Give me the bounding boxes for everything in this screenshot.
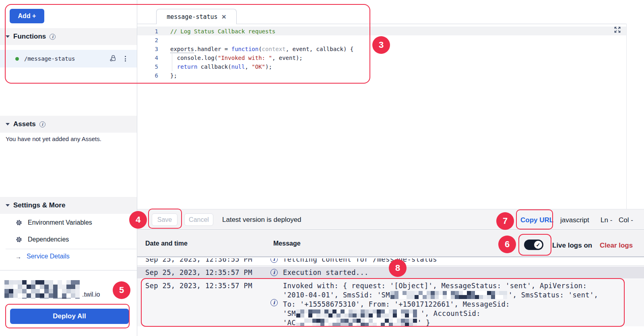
log-row[interactable]: Sep 25, 2023, 12:36:55 PM i fetching con… xyxy=(137,258,644,266)
editor-border xyxy=(626,24,627,209)
sidebar-item-function[interactable]: /message-status xyxy=(0,50,137,68)
domain-suffix: .twil.io xyxy=(82,291,100,299)
log-row[interactable]: Sep 25, 2023, 12:35:57 PM i Invoked with… xyxy=(137,279,644,326)
cancel-button[interactable]: Cancel xyxy=(184,213,213,226)
info-icon[interactable]: i xyxy=(50,34,56,40)
functions-section-header[interactable]: Functions i xyxy=(0,28,137,45)
sidebar: Add + Functions i /message-status Assets xyxy=(0,0,137,336)
log-row[interactable]: Sep 25, 2023, 12:35:57 PM i Execution st… xyxy=(137,266,644,279)
env-variables-label: Environment Variables xyxy=(28,219,92,226)
toggle-check-icon: ✓ xyxy=(534,241,542,249)
logs-date-header: Date and time xyxy=(145,240,273,247)
settings-section-header[interactable]: Settings & More xyxy=(0,197,137,214)
info-icon[interactable]: i xyxy=(39,121,45,127)
redacted-sid xyxy=(390,291,508,299)
chevron-down-icon xyxy=(6,204,10,207)
log-date: Sep 25, 2023, 12:35:57 PM xyxy=(145,268,265,277)
arrow-right-icon: → xyxy=(15,253,21,260)
code-editor[interactable]: // Log Status Callback requestsexports.h… xyxy=(170,27,353,80)
line-number-gutter: 123456 xyxy=(149,27,158,80)
protected-lock-icon xyxy=(109,54,117,64)
info-icon: i xyxy=(270,299,278,306)
indent-guide xyxy=(172,53,172,71)
annotation-badge: 3 xyxy=(372,36,390,54)
functions-title: Functions xyxy=(13,33,46,41)
log-message: Execution started... xyxy=(283,268,369,277)
tab-label: message-status xyxy=(167,13,217,20)
sidebar-item-environment-variables[interactable]: Environment Variables xyxy=(0,214,137,231)
kebab-menu-icon[interactable] xyxy=(124,55,127,63)
live-logs-toggle[interactable]: ✓ xyxy=(524,240,543,250)
chevron-down-icon xyxy=(6,123,10,125)
twilio-functions-editor: Add + Functions i /message-status Assets xyxy=(0,0,644,336)
info-icon: i xyxy=(270,269,278,276)
assets-title: Assets xyxy=(13,120,36,128)
deploy-status-text: Latest version is deployed xyxy=(222,216,301,224)
service-domain: .twil.io xyxy=(4,281,100,299)
assets-empty-text: You have not yet added any Assets. xyxy=(6,135,101,142)
log-date: Sep 25, 2023, 12:36:55 PM xyxy=(145,258,265,263)
gear-icon xyxy=(15,236,23,243)
sidebar-item-dependencies[interactable]: Dependencies xyxy=(0,231,137,248)
redacted-sid xyxy=(296,309,420,318)
close-tab-icon[interactable]: × xyxy=(222,13,226,20)
line-indicator: Ln - xyxy=(601,216,612,224)
info-icon: i xyxy=(270,258,278,263)
add-button[interactable]: Add + xyxy=(10,9,44,23)
sidebar-item-service-details[interactable]: → Service Details xyxy=(0,248,137,265)
log-message-multiline: Invoked with: { request: '[Object]', Mes… xyxy=(283,279,598,326)
column-indicator: Col - xyxy=(619,216,633,224)
redacted-domain xyxy=(4,280,81,299)
language-indicator: javascript xyxy=(560,216,589,224)
fullscreen-expand-icon[interactable] xyxy=(613,26,621,35)
log-date: Sep 25, 2023, 12:35:57 PM xyxy=(145,279,265,326)
settings-title: Settings & More xyxy=(13,201,65,209)
assets-section-header[interactable]: Assets i xyxy=(0,116,137,133)
copy-url-link[interactable]: Copy URL xyxy=(520,216,553,224)
logs-message-header: Message xyxy=(273,240,301,247)
divider xyxy=(0,270,137,270)
live-logs-label: Live logs on xyxy=(552,242,592,250)
save-button[interactable]: Save xyxy=(152,213,178,226)
log-message: fetching content for /message-status xyxy=(283,258,437,263)
tab-message-status[interactable]: message-status × xyxy=(156,9,237,24)
deploy-all-button[interactable]: Deploy All xyxy=(10,309,129,324)
clear-logs-button[interactable]: Clear logs xyxy=(600,242,633,250)
function-name: /message-status xyxy=(24,55,75,62)
service-details-link: Service Details xyxy=(27,253,70,260)
deployed-status-dot xyxy=(15,57,19,61)
dependencies-label: Dependencies xyxy=(28,236,69,243)
redacted-sid xyxy=(296,319,417,327)
chevron-down-icon xyxy=(6,35,10,38)
gear-icon xyxy=(15,219,23,226)
